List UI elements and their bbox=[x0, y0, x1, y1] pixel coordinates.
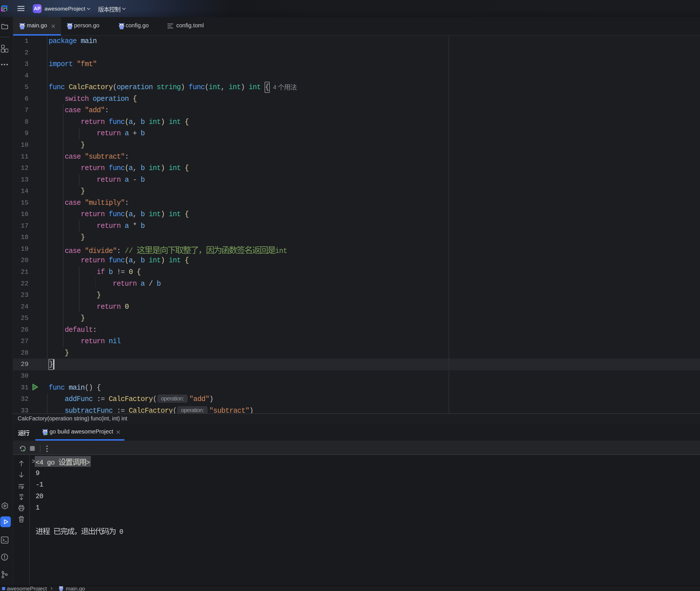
svg-text:GO: GO bbox=[3, 7, 6, 9]
